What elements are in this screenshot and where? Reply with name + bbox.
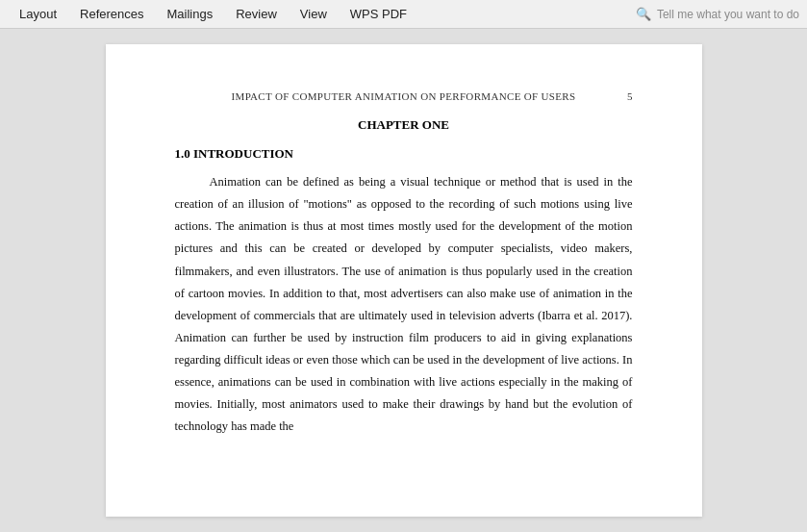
menu-wps-pdf[interactable]: WPS PDF bbox=[339, 0, 418, 29]
menu-review[interactable]: Review bbox=[224, 0, 289, 29]
menubar: Layout References Mailings Review View W… bbox=[0, 0, 807, 29]
menu-mailings[interactable]: Mailings bbox=[156, 0, 225, 29]
document-area: IMPACT OF COMPUTER ANIMATION ON PERFORMA… bbox=[0, 29, 807, 532]
page: IMPACT OF COMPUTER ANIMATION ON PERFORMA… bbox=[106, 44, 702, 517]
menu-references[interactable]: References bbox=[68, 0, 155, 29]
page-header: IMPACT OF COMPUTER ANIMATION ON PERFORMA… bbox=[175, 90, 633, 102]
search-icon: 🔍 bbox=[636, 7, 651, 21]
menu-layout[interactable]: Layout bbox=[8, 0, 68, 29]
page-number: 5 bbox=[618, 90, 633, 102]
search-bar[interactable]: 🔍 Tell me what you want to do bbox=[636, 7, 799, 21]
section-heading: 1.0 INTRODUCTION bbox=[175, 146, 633, 162]
document-header-title: IMPACT OF COMPUTER ANIMATION ON PERFORMA… bbox=[190, 90, 618, 102]
chapter-title: CHAPTER ONE bbox=[175, 117, 633, 133]
intro-paragraph: Animation can be defined as being a visu… bbox=[175, 171, 633, 439]
menu-view[interactable]: View bbox=[289, 0, 339, 29]
search-placeholder-text: Tell me what you want to do bbox=[657, 8, 799, 21]
